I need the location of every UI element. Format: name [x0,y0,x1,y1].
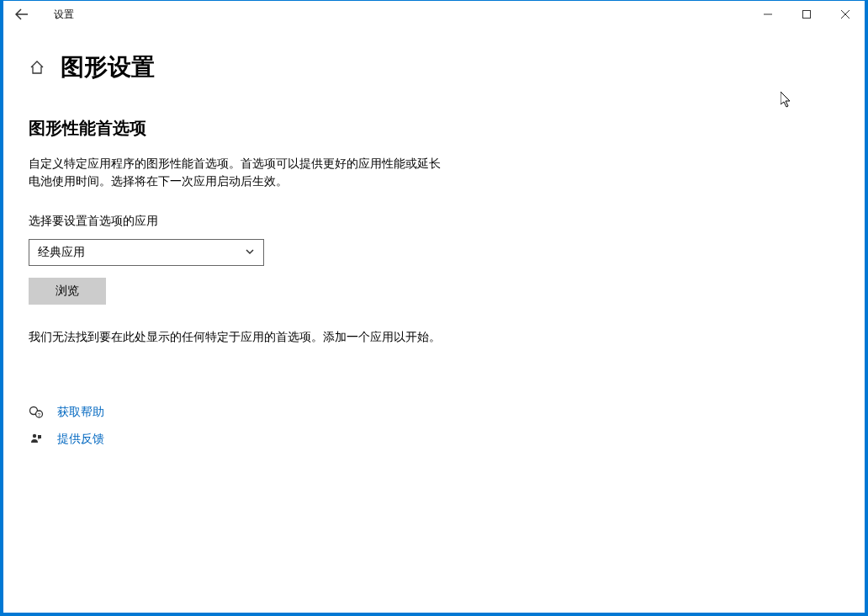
section-description: 自定义特定应用程序的图形性能首选项。首选项可以提供更好的应用性能或延长电池使用时… [29,155,449,190]
titlebar: 设置 [3,1,865,28]
help-link-row: ? 获取帮助 [29,405,839,420]
minimize-button[interactable] [749,1,787,28]
window-title: 设置 [40,8,74,22]
window-controls [749,1,865,28]
help-icon: ? [29,405,44,420]
svg-point-4 [33,434,36,438]
get-help-link[interactable]: 获取帮助 [57,405,104,420]
app-type-dropdown[interactable]: 经典应用 [29,239,264,266]
dropdown-selected-value: 经典应用 [38,245,85,260]
page-title: 图形设置 [61,51,155,83]
close-button[interactable] [826,1,865,28]
svg-rect-0 [803,11,811,19]
browse-button[interactable]: 浏览 [29,278,106,305]
feedback-link-row: 提供反馈 [29,432,839,447]
give-feedback-link[interactable]: 提供反馈 [57,432,104,447]
minimize-icon [764,10,772,19]
feedback-icon [29,432,44,447]
empty-state-text: 我们无法找到要在此处显示的任何特定于应用的首选项。添加一个应用以开始。 [29,328,449,346]
maximize-icon [802,10,811,19]
section-title: 图形性能首选项 [29,117,839,140]
back-arrow-icon [15,8,29,21]
page-header: 图形设置 [29,51,839,83]
titlebar-left: 设置 [3,1,74,28]
home-icon[interactable] [29,59,45,76]
chevron-down-icon [245,245,255,260]
app-selector-label: 选择要设置首选项的应用 [29,214,839,229]
maximize-button[interactable] [787,1,826,28]
back-button[interactable] [3,1,40,28]
content-area: 图形设置 图形性能首选项 自定义特定应用程序的图形性能首选项。首选项可以提供更好… [3,28,865,475]
close-icon [841,10,849,19]
